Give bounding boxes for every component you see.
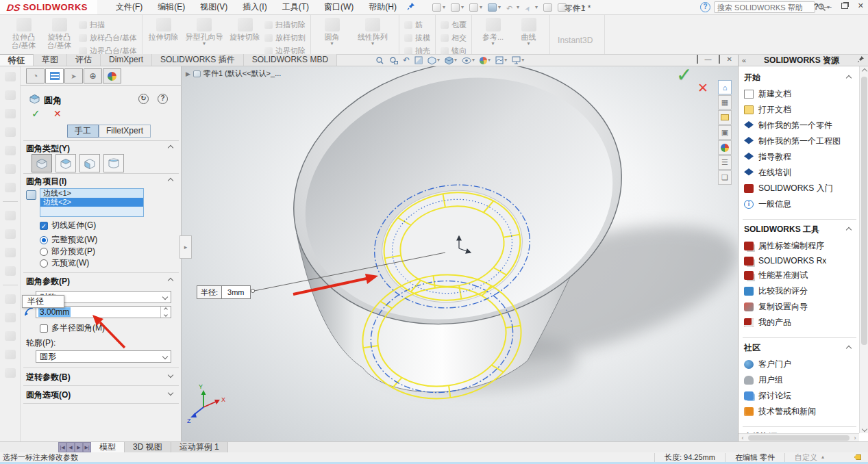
tag-icon[interactable]	[854, 454, 861, 460]
left-toolbar-icon[interactable]	[5, 266, 16, 276]
tab-sw-addins[interactable]: SOLIDWORKS 插件	[152, 54, 244, 66]
instant3d-button[interactable]: Instant3D	[555, 26, 599, 45]
section-getting-started[interactable]: 开始	[743, 69, 858, 86]
section-online-resources[interactable]: 在线资源	[743, 428, 858, 433]
edge-item-1[interactable]: 边线<1>	[40, 189, 143, 198]
zoom-area-icon[interactable]	[389, 56, 398, 65]
tangent-propagation-checkbox[interactable]	[40, 222, 48, 230]
menu-edit[interactable]: 编辑(E)	[151, 0, 191, 14]
hide-show-items-icon[interactable]: ▾	[462, 57, 475, 64]
open-document-button[interactable]: ▾	[449, 3, 466, 12]
menu-file[interactable]: 文件(F)	[110, 0, 149, 14]
left-toolbar-icon[interactable]	[5, 109, 16, 118]
file-explorer-icon[interactable]	[718, 110, 732, 125]
zoom-fit-icon[interactable]	[375, 56, 384, 65]
tab-sw-mbd[interactable]: SOLIDWORKS MBD	[244, 54, 337, 66]
radius-callout[interactable]: 半径: 3mm	[197, 285, 251, 299]
scrollbar-thumb[interactable]	[748, 435, 850, 441]
prev-tab-button[interactable]: ◀	[66, 442, 75, 452]
constant-size-fillet-button[interactable]	[32, 154, 52, 172]
3d-views-tab[interactable]: 3D 视图	[125, 442, 171, 452]
first-drawing-tutorial-link[interactable]: 制作我的第一个工程图	[743, 133, 858, 149]
doc-fullscreen-icon[interactable]	[697, 55, 698, 63]
revolved-boss-button[interactable]: 旋转凸台/基体	[43, 17, 75, 49]
lofted-cut-button[interactable]: 放样切割	[264, 33, 306, 43]
section-sw-tools[interactable]: SOLIDWORKS 工具	[743, 221, 858, 238]
tree-expand-icon[interactable]: ▶	[186, 70, 190, 77]
edge-item-2[interactable]: 边线<2>	[40, 198, 143, 207]
customer-portal-link[interactable]: 客户门户	[743, 357, 858, 372]
menu-view[interactable]: 视图(V)	[194, 0, 234, 14]
rib-button[interactable]: 筋	[404, 20, 430, 30]
property-manager-tab[interactable]	[45, 68, 64, 83]
left-toolbar-icon[interactable]	[5, 183, 16, 192]
no-preview-radio[interactable]	[40, 259, 48, 268]
swept-boss-button[interactable]: 扫描	[79, 20, 137, 30]
left-toolbar-icon[interactable]	[5, 90, 16, 100]
collapse-chevron-icon[interactable]	[168, 278, 173, 283]
feature-tree-overlay[interactable]: ▶ 零件1 (默认<<默认>_...	[186, 68, 281, 79]
task-pane-horizontal-scrollbar[interactable]: ‹ ›	[739, 433, 859, 441]
face-fillet-button[interactable]	[79, 154, 100, 172]
help-menu-button[interactable]: ?▾	[814, 2, 823, 12]
model-canvas[interactable]: Y X Z	[182, 66, 738, 441]
search-input[interactable]	[715, 3, 817, 12]
confirm-cancel-icon[interactable]	[697, 80, 708, 96]
performance-benchmark-link[interactable]: 性能基准测试	[743, 268, 858, 283]
left-toolbar-icon[interactable]	[5, 164, 16, 174]
graphics-viewport[interactable]: Y X Z ▶ 零件1 (默认<<默认>_... 半径: 3mm	[182, 66, 738, 441]
scrollbar-thumb[interactable]	[861, 77, 867, 345]
profile-dropdown[interactable]: 圆形	[36, 350, 171, 363]
variable-size-fillet-button[interactable]	[55, 154, 76, 172]
discussion-forum-link[interactable]: 探讨论坛	[743, 388, 858, 404]
partial-preview-radio[interactable]	[40, 248, 48, 256]
edit-appearance-icon[interactable]: ▾	[480, 57, 491, 64]
motion-study-tab[interactable]: 运动算例 1	[171, 442, 228, 452]
spinner-down-button[interactable]	[161, 312, 171, 318]
select-button[interactable]: ▾	[523, 3, 540, 12]
spinner-up-button[interactable]	[161, 307, 171, 312]
online-training-link[interactable]: 在线培训	[743, 165, 858, 181]
next-tab-button[interactable]: ▶	[75, 442, 83, 452]
previous-view-icon[interactable]: ↶	[403, 55, 410, 65]
property-tab-builder-link[interactable]: 属性标签编制程序	[743, 238, 858, 254]
menu-help[interactable]: 帮助(H)	[362, 0, 403, 14]
tab-evaluate[interactable]: 评估	[67, 54, 101, 66]
custom-properties-icon[interactable]: ☰	[718, 155, 732, 170]
collapse-chevron-icon[interactable]	[168, 178, 173, 183]
fillet-button[interactable]: 圆角▾	[316, 17, 348, 47]
menu-pin-icon[interactable]	[407, 2, 415, 12]
section-view-icon[interactable]	[414, 56, 423, 64]
manual-mode-button[interactable]: 手工	[67, 125, 99, 138]
scroll-right-arrow[interactable]: ›	[851, 434, 859, 442]
extruded-boss-button[interactable]: 拉伸凸台/基体	[8, 17, 40, 49]
setback-parameters-header[interactable]: 逆转参数(B)	[26, 372, 71, 383]
linear-pattern-button[interactable]: 线性阵列▾	[351, 17, 394, 47]
status-custom-dropdown[interactable]: 自定义 ▴	[784, 453, 834, 462]
callout-value[interactable]: 3mm	[222, 286, 249, 298]
scroll-down-arrow[interactable]	[860, 424, 868, 433]
minimize-button[interactable]: —	[824, 2, 832, 10]
collapse-chevron-icon[interactable]	[168, 145, 173, 151]
menu-insert[interactable]: 插入(I)	[236, 0, 273, 14]
copy-settings-wizard-link[interactable]: 复制设置向导	[743, 299, 858, 315]
scroll-left-arrow[interactable]: ‹	[739, 434, 747, 442]
wrap-button[interactable]: 包覆	[441, 20, 467, 30]
left-toolbar-icon[interactable]	[5, 350, 16, 359]
my-products-link[interactable]: 我的产品	[743, 315, 858, 331]
multi-radius-checkbox[interactable]	[40, 324, 48, 333]
left-toolbar-icon[interactable]	[5, 229, 16, 239]
intersect-button[interactable]: 相交	[441, 33, 467, 43]
dimxpert-manager-tab[interactable]: ⊕	[84, 68, 102, 83]
panel-help-icon[interactable]	[158, 94, 168, 104]
left-toolbar-icon[interactable]	[5, 313, 16, 322]
menu-window[interactable]: 窗口(W)	[318, 0, 360, 14]
fillet-type-header[interactable]: 圆角类型(Y)	[26, 143, 70, 155]
extruded-cut-button[interactable]: 拉伸切除	[147, 17, 179, 41]
doc-restore-icon[interactable]	[719, 55, 720, 63]
panel-flyout-handle[interactable]: ▸	[179, 235, 192, 259]
edge-item-empty[interactable]	[40, 207, 143, 216]
help-balloon-icon[interactable]	[700, 2, 710, 12]
display-manager-tab[interactable]	[103, 68, 121, 83]
left-toolbar-icon[interactable]	[5, 294, 16, 304]
